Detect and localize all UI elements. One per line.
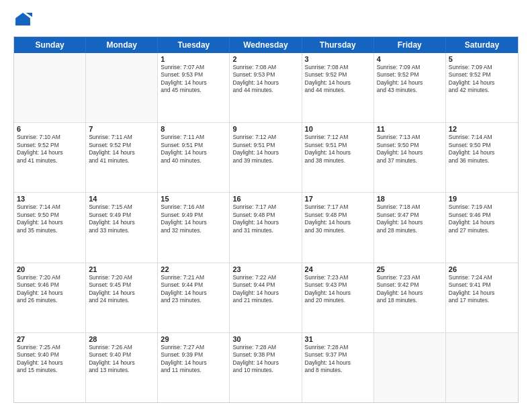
cal-row-2: 13Sunrise: 7:14 AMSunset: 9:50 PMDayligh…: [14, 193, 518, 263]
cell-text: Sunrise: 7:10 AMSunset: 9:52 PMDaylight:…: [17, 134, 83, 165]
cell-text: Sunrise: 7:21 AMSunset: 9:44 PMDaylight:…: [161, 274, 226, 305]
day-number: 17: [305, 195, 371, 203]
cell-text: Sunrise: 7:11 AMSunset: 9:51 PMDaylight:…: [161, 134, 226, 165]
day-number: 28: [89, 335, 154, 343]
page: SundayMondayTuesdayWednesdayThursdayFrid…: [0, 0, 532, 411]
day-number: 1: [161, 55, 226, 63]
cell-text: Sunrise: 7:23 AMSunset: 9:43 PMDaylight:…: [305, 274, 371, 305]
day-number: 23: [232, 265, 298, 273]
cal-header-tuesday: Tuesday: [158, 37, 230, 53]
cal-cell: 8Sunrise: 7:11 AMSunset: 9:51 PMDaylight…: [158, 123, 230, 192]
cell-text: Sunrise: 7:17 AMSunset: 9:48 PMDaylight:…: [232, 203, 298, 234]
cal-cell: 18Sunrise: 7:18 AMSunset: 9:47 PMDayligh…: [374, 193, 446, 262]
cal-cell: 20Sunrise: 7:20 AMSunset: 9:46 PMDayligh…: [14, 263, 86, 332]
cal-cell: 21Sunrise: 7:20 AMSunset: 9:45 PMDayligh…: [86, 263, 158, 332]
day-number: 18: [377, 195, 443, 203]
cal-cell: 4Sunrise: 7:09 AMSunset: 9:52 PMDaylight…: [374, 53, 446, 122]
cell-text: Sunrise: 7:18 AMSunset: 9:47 PMDaylight:…: [377, 203, 443, 234]
cell-text: Sunrise: 7:09 AMSunset: 9:52 PMDaylight:…: [449, 64, 515, 95]
cal-cell: 13Sunrise: 7:14 AMSunset: 9:50 PMDayligh…: [14, 193, 86, 262]
day-number: 16: [232, 195, 298, 203]
cell-text: Sunrise: 7:20 AMSunset: 9:46 PMDaylight:…: [17, 274, 83, 305]
day-number: 6: [17, 125, 83, 133]
cal-cell: 24Sunrise: 7:23 AMSunset: 9:43 PMDayligh…: [302, 263, 374, 332]
cell-text: Sunrise: 7:25 AMSunset: 9:40 PMDaylight:…: [17, 344, 83, 375]
cal-header-monday: Monday: [86, 37, 158, 53]
cal-cell: 11Sunrise: 7:13 AMSunset: 9:50 PMDayligh…: [374, 123, 446, 192]
cell-text: Sunrise: 7:27 AMSunset: 9:39 PMDaylight:…: [161, 344, 226, 375]
cal-cell: 25Sunrise: 7:23 AMSunset: 9:42 PMDayligh…: [374, 263, 446, 332]
day-number: 31: [305, 335, 371, 343]
calendar: SundayMondayTuesdayWednesdayThursdayFrid…: [13, 36, 519, 403]
day-number: 30: [232, 335, 298, 343]
day-number: 15: [161, 195, 226, 203]
cell-text: Sunrise: 7:23 AMSunset: 9:42 PMDaylight:…: [377, 274, 443, 305]
cal-header-saturday: Saturday: [446, 37, 518, 53]
day-number: 8: [161, 125, 226, 133]
day-number: 7: [89, 125, 154, 133]
day-number: 27: [17, 335, 83, 343]
cal-cell: 9Sunrise: 7:12 AMSunset: 9:51 PMDaylight…: [230, 123, 302, 192]
cal-cell: 12Sunrise: 7:14 AMSunset: 9:50 PMDayligh…: [446, 123, 518, 192]
cell-text: Sunrise: 7:07 AMSunset: 9:53 PMDaylight:…: [161, 64, 226, 95]
header: [13, 11, 519, 30]
day-number: 9: [232, 125, 298, 133]
logo: [13, 11, 35, 30]
day-number: 26: [449, 265, 515, 273]
day-number: 2: [232, 55, 298, 63]
cell-text: Sunrise: 7:24 AMSunset: 9:41 PMDaylight:…: [449, 274, 515, 305]
cell-text: Sunrise: 7:12 AMSunset: 9:51 PMDaylight:…: [305, 134, 371, 165]
cal-cell: 29Sunrise: 7:27 AMSunset: 9:39 PMDayligh…: [158, 333, 230, 402]
cell-text: Sunrise: 7:28 AMSunset: 9:37 PMDaylight:…: [305, 344, 371, 375]
cell-text: Sunrise: 7:08 AMSunset: 9:52 PMDaylight:…: [305, 64, 371, 95]
calendar-header-row: SundayMondayTuesdayWednesdayThursdayFrid…: [14, 37, 518, 53]
day-number: 14: [89, 195, 154, 203]
cal-cell: [14, 53, 86, 122]
cal-cell: 26Sunrise: 7:24 AMSunset: 9:41 PMDayligh…: [446, 263, 518, 332]
cell-text: Sunrise: 7:19 AMSunset: 9:46 PMDaylight:…: [449, 203, 515, 234]
cell-text: Sunrise: 7:16 AMSunset: 9:49 PMDaylight:…: [161, 203, 226, 234]
cal-row-4: 27Sunrise: 7:25 AMSunset: 9:40 PMDayligh…: [14, 333, 518, 402]
cell-text: Sunrise: 7:20 AMSunset: 9:45 PMDaylight:…: [89, 274, 154, 305]
cal-cell: 5Sunrise: 7:09 AMSunset: 9:52 PMDaylight…: [446, 53, 518, 122]
cal-header-wednesday: Wednesday: [230, 37, 302, 53]
cell-text: Sunrise: 7:22 AMSunset: 9:44 PMDaylight:…: [232, 274, 298, 305]
day-number: 10: [305, 125, 371, 133]
cal-cell: [86, 53, 158, 122]
cell-text: Sunrise: 7:26 AMSunset: 9:40 PMDaylight:…: [89, 344, 154, 375]
cal-row-1: 6Sunrise: 7:10 AMSunset: 9:52 PMDaylight…: [14, 123, 518, 193]
cal-cell: 3Sunrise: 7:08 AMSunset: 9:52 PMDaylight…: [302, 53, 374, 122]
cal-cell: 14Sunrise: 7:15 AMSunset: 9:49 PMDayligh…: [86, 193, 158, 262]
day-number: 22: [161, 265, 226, 273]
cell-text: Sunrise: 7:28 AMSunset: 9:38 PMDaylight:…: [232, 344, 298, 375]
day-number: 21: [89, 265, 154, 273]
day-number: 12: [449, 125, 515, 133]
cell-text: Sunrise: 7:09 AMSunset: 9:52 PMDaylight:…: [377, 64, 443, 95]
day-number: 11: [377, 125, 443, 133]
cal-header-friday: Friday: [374, 37, 446, 53]
cell-text: Sunrise: 7:12 AMSunset: 9:51 PMDaylight:…: [232, 134, 298, 165]
logo-icon: [13, 11, 32, 30]
day-number: 25: [377, 265, 443, 273]
cell-text: Sunrise: 7:17 AMSunset: 9:48 PMDaylight:…: [305, 203, 371, 234]
cal-cell: 1Sunrise: 7:07 AMSunset: 9:53 PMDaylight…: [158, 53, 230, 122]
cal-cell: 7Sunrise: 7:11 AMSunset: 9:52 PMDaylight…: [86, 123, 158, 192]
cell-text: Sunrise: 7:08 AMSunset: 9:53 PMDaylight:…: [232, 64, 298, 95]
day-number: 13: [17, 195, 83, 203]
day-number: 4: [377, 55, 443, 63]
day-number: 3: [305, 55, 371, 63]
cell-text: Sunrise: 7:14 AMSunset: 9:50 PMDaylight:…: [449, 134, 515, 165]
day-number: 20: [17, 265, 83, 273]
cal-cell: 31Sunrise: 7:28 AMSunset: 9:37 PMDayligh…: [302, 333, 374, 402]
cal-header-sunday: Sunday: [14, 37, 86, 53]
cal-cell: [446, 333, 518, 402]
cal-cell: 30Sunrise: 7:28 AMSunset: 9:38 PMDayligh…: [230, 333, 302, 402]
day-number: 24: [305, 265, 371, 273]
cal-cell: [374, 333, 446, 402]
day-number: 29: [161, 335, 226, 343]
cell-text: Sunrise: 7:11 AMSunset: 9:52 PMDaylight:…: [89, 134, 154, 165]
cell-text: Sunrise: 7:14 AMSunset: 9:50 PMDaylight:…: [17, 203, 83, 234]
day-number: 5: [449, 55, 515, 63]
cal-cell: 15Sunrise: 7:16 AMSunset: 9:49 PMDayligh…: [158, 193, 230, 262]
cal-header-thursday: Thursday: [302, 37, 374, 53]
